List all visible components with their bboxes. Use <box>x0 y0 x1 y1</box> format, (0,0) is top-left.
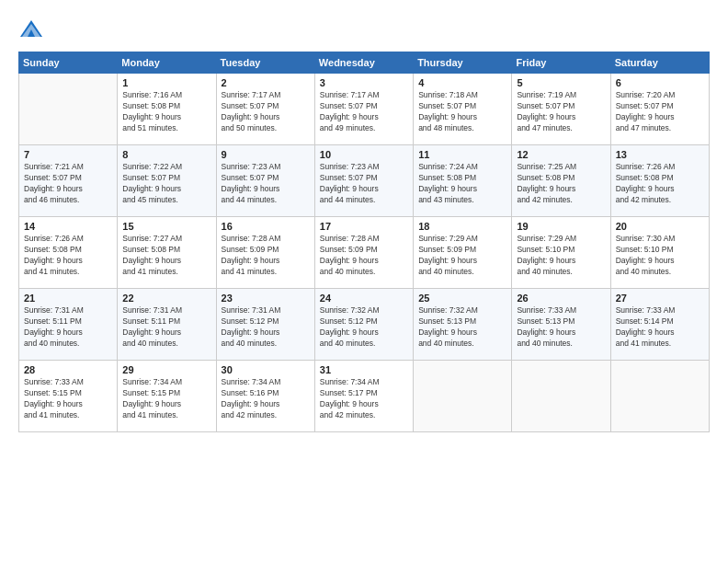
day-cell: 27Sunrise: 7:33 AMSunset: 5:14 PMDayligh… <box>610 289 709 361</box>
day-info-line: Daylight: 9 hours <box>24 399 112 410</box>
day-number: 27 <box>616 293 704 304</box>
day-info-line: Sunrise: 7:31 AM <box>24 305 112 316</box>
day-info-line: and 40 minutes. <box>122 339 210 350</box>
day-info-line: Sunrise: 7:28 AM <box>222 234 310 245</box>
day-cell <box>414 361 512 432</box>
header-cell-wednesday: Wednesday <box>314 52 413 74</box>
day-cell <box>19 74 118 145</box>
day-info-line: Sunset: 5:09 PM <box>320 245 408 256</box>
day-info-line: Sunrise: 7:29 AM <box>418 234 506 245</box>
header-cell-monday: Monday <box>118 52 216 74</box>
day-info-line: and 50 minutes. <box>222 123 310 134</box>
day-cell: 19Sunrise: 7:29 AMSunset: 5:10 PMDayligh… <box>512 217 610 289</box>
day-info-line: and 40 minutes. <box>517 267 605 278</box>
day-info-line: Sunset: 5:13 PM <box>517 316 605 327</box>
day-info-line: Daylight: 9 hours <box>320 112 408 123</box>
day-number: 2 <box>222 77 310 88</box>
day-info-line: Sunrise: 7:24 AM <box>418 162 506 173</box>
day-info-line: Sunrise: 7:25 AM <box>517 162 605 173</box>
day-cell: 28Sunrise: 7:33 AMSunset: 5:15 PMDayligh… <box>19 361 118 432</box>
day-cell: 16Sunrise: 7:28 AMSunset: 5:09 PMDayligh… <box>216 217 314 289</box>
day-cell <box>512 361 610 432</box>
day-info-line: Sunset: 5:12 PM <box>320 316 408 327</box>
day-info-line: and 41 minutes. <box>616 339 704 350</box>
day-info-line: Sunset: 5:08 PM <box>24 245 112 256</box>
day-cell: 1Sunrise: 7:16 AMSunset: 5:08 PMDaylight… <box>118 74 216 145</box>
day-info-line: and 40 minutes. <box>616 267 704 278</box>
day-info-line: and 41 minutes. <box>222 267 310 278</box>
day-info-line: Daylight: 9 hours <box>320 327 408 339</box>
day-info-line: Daylight: 9 hours <box>320 256 408 267</box>
day-info-line: Sunrise: 7:31 AM <box>222 305 310 316</box>
day-info-line: Sunrise: 7:19 AM <box>517 90 605 101</box>
day-info-line: Sunset: 5:07 PM <box>222 101 310 112</box>
day-number: 3 <box>320 77 408 88</box>
day-number: 6 <box>616 77 704 88</box>
header-cell-thursday: Thursday <box>414 52 512 74</box>
day-info-line: Sunrise: 7:30 AM <box>616 234 704 245</box>
day-cell: 25Sunrise: 7:32 AMSunset: 5:13 PMDayligh… <box>414 289 512 361</box>
day-info-line: Daylight: 9 hours <box>517 327 605 339</box>
day-cell: 12Sunrise: 7:25 AMSunset: 5:08 PMDayligh… <box>512 145 610 217</box>
day-info-line: and 41 minutes. <box>122 267 210 278</box>
day-info-line: and 41 minutes. <box>24 410 112 421</box>
week-row-4: 21Sunrise: 7:31 AMSunset: 5:11 PMDayligh… <box>19 289 710 361</box>
day-number: 18 <box>418 221 506 232</box>
day-info-line: and 40 minutes. <box>320 339 408 350</box>
day-cell: 30Sunrise: 7:34 AMSunset: 5:16 PMDayligh… <box>216 361 314 432</box>
day-info-line: Sunset: 5:13 PM <box>418 316 506 327</box>
week-row-3: 14Sunrise: 7:26 AMSunset: 5:08 PMDayligh… <box>19 217 710 289</box>
day-info-line: Daylight: 9 hours <box>517 256 605 267</box>
day-number: 10 <box>320 149 408 160</box>
day-info-line: and 40 minutes. <box>24 339 112 350</box>
day-info-line: Sunset: 5:11 PM <box>24 316 112 327</box>
day-info-line: and 40 minutes. <box>320 267 408 278</box>
day-info-line: Sunrise: 7:34 AM <box>320 377 408 388</box>
day-info-line: Sunset: 5:08 PM <box>122 245 210 256</box>
day-info-line: Sunrise: 7:26 AM <box>24 234 112 245</box>
day-info-line: and 40 minutes. <box>418 267 506 278</box>
day-info-line: Sunset: 5:10 PM <box>517 245 605 256</box>
day-number: 15 <box>122 221 210 232</box>
page: SundayMondayTuesdayWednesdayThursdayFrid… <box>0 0 728 563</box>
day-info-line: Sunset: 5:11 PM <box>122 316 210 327</box>
day-cell: 29Sunrise: 7:34 AMSunset: 5:15 PMDayligh… <box>118 361 216 432</box>
day-info-line: Daylight: 9 hours <box>616 184 704 195</box>
day-info-line: Daylight: 9 hours <box>222 256 310 267</box>
header-cell-tuesday: Tuesday <box>216 52 314 74</box>
day-number: 12 <box>517 149 605 160</box>
day-info-line: Daylight: 9 hours <box>24 256 112 267</box>
day-info-line: Sunset: 5:09 PM <box>222 245 310 256</box>
day-info-line: and 48 minutes. <box>418 123 506 134</box>
day-info-line: Sunset: 5:15 PM <box>122 388 210 399</box>
day-info-line: Sunrise: 7:34 AM <box>222 377 310 388</box>
day-number: 8 <box>122 149 210 160</box>
day-cell: 15Sunrise: 7:27 AMSunset: 5:08 PMDayligh… <box>118 217 216 289</box>
day-info-line: Sunset: 5:07 PM <box>517 101 605 112</box>
day-info-line: Sunrise: 7:33 AM <box>616 305 704 316</box>
day-info-line: Daylight: 9 hours <box>24 327 112 339</box>
day-number: 13 <box>616 149 704 160</box>
day-cell <box>610 361 709 432</box>
day-info-line: Sunrise: 7:23 AM <box>222 162 310 173</box>
day-info-line: Sunrise: 7:27 AM <box>122 234 210 245</box>
day-info-line: Daylight: 9 hours <box>517 112 605 123</box>
day-number: 21 <box>24 293 112 304</box>
day-info-line: and 43 minutes. <box>418 195 506 206</box>
day-info-line: Daylight: 9 hours <box>122 256 210 267</box>
day-info-line: Sunset: 5:07 PM <box>320 101 408 112</box>
day-cell: 17Sunrise: 7:28 AMSunset: 5:09 PMDayligh… <box>314 217 413 289</box>
day-number: 24 <box>320 293 408 304</box>
calendar-table: SundayMondayTuesdayWednesdayThursdayFrid… <box>18 52 710 432</box>
day-info-line: Sunset: 5:07 PM <box>616 101 704 112</box>
day-info-line: Sunset: 5:07 PM <box>320 173 408 184</box>
day-cell: 23Sunrise: 7:31 AMSunset: 5:12 PMDayligh… <box>216 289 314 361</box>
day-info-line: and 41 minutes. <box>122 410 210 421</box>
day-number: 19 <box>517 221 605 232</box>
day-info-line: Sunrise: 7:31 AM <box>122 305 210 316</box>
week-row-5: 28Sunrise: 7:33 AMSunset: 5:15 PMDayligh… <box>19 361 710 432</box>
day-info-line: Sunset: 5:15 PM <box>24 388 112 399</box>
day-number: 22 <box>122 293 210 304</box>
day-info-line: Daylight: 9 hours <box>320 399 408 410</box>
calendar-header: SundayMondayTuesdayWednesdayThursdayFrid… <box>19 52 710 74</box>
